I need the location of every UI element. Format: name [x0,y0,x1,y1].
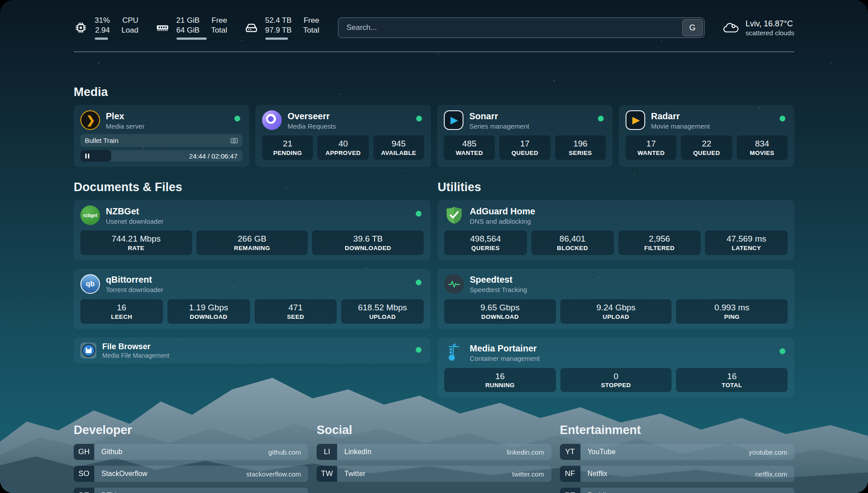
stat-box: 266 GB REMAINING [196,230,308,255]
bookmark-reddit[interactable]: RE Reddit reddit.com [560,488,794,493]
bookmark-youtube[interactable]: YT YouTube youtube.com [560,444,794,460]
camera-icon [230,137,238,144]
status-dot [416,211,421,217]
service-description: DNS and adblocking [470,217,535,225]
stat-value: 47.569 ms [707,234,786,244]
service-title: Speedtest [470,274,527,285]
stat-box: 40 APPROVED [317,135,368,160]
overseerr-card[interactable]: Overseerr Media Requests 21 PENDING 40 A… [255,105,431,167]
portainer-crane-icon [444,343,464,363]
stat-box: 17 WANTED [626,135,676,160]
system-widgets: 31% 2.94 CPU Load [74,16,319,40]
stat-value: 744.21 Mbps [82,234,190,244]
plex-card[interactable]: ❯ Plex Media server Bullet Train [74,105,249,167]
radarr-card[interactable]: ▶ Radarr Movie management 17 WANTED [619,105,794,167]
portainer-card[interactable]: Media Portainer Container management 16 … [438,338,794,398]
search-input[interactable] [338,17,705,38]
section-utilities: Utilities [438,180,794,397]
stat-value: 16 [82,302,161,313]
stat-label: QUEUED [501,150,548,156]
service-title: qBittorrent [106,274,163,285]
cpu-load-label: Load [121,25,138,35]
google-search-button[interactable]: G [682,19,703,36]
stat-value: 17 [501,138,548,149]
service-description: Media File Management [102,352,169,359]
service-title: NZBGet [106,206,163,217]
stat-label: UPLOAD [562,313,670,320]
bookmark-url: stackoverflow.com [246,470,301,478]
memory-free-value: 21 GiB [176,16,200,25]
stat-box: 16 TOTAL [676,368,788,393]
filebrowser-card[interactable]: File Browser Media File Management [74,338,430,364]
disk-total-value: 97.9 TB [265,25,292,35]
bookmark-dev[interactable]: DT DEV dev.to [74,488,308,493]
stat-value: 471 [256,302,335,313]
stat-label: UPLOAD [343,313,422,320]
adguard-shield-icon [444,205,464,225]
service-title: Radarr [651,111,710,121]
stat-label: FILTERED [620,245,699,251]
radarr-icon: ▶ [626,110,645,130]
bookmark-url: youtube.com [749,448,787,456]
stat-value: 9.65 Gbps [446,302,554,313]
bookmark-name: YouTube [588,448,616,456]
stat-value: 16 [678,371,786,382]
service-title: Sonarr [469,111,529,121]
stat-label: RATE [82,245,190,251]
disk-widget: 52.4 TB 97.9 TB Free Total [244,16,319,40]
memory-icon [155,21,170,35]
stat-label: WANTED [446,150,493,156]
stat-value: 498,564 [446,234,525,244]
topbar-divider [74,51,794,52]
playback-progress-bar[interactable]: 24:44 / 02:06:47 [80,150,242,162]
service-description: Media Requests [288,122,336,130]
stat-box: 9.24 Gbps UPLOAD [560,299,672,324]
filebrowser-icon [80,343,96,359]
nzbget-icon: nzbget [80,205,100,225]
stat-label: LEECH [82,313,161,320]
stat-box: 2,956 FILTERED [618,230,701,255]
qbittorrent-card[interactable]: qb qBittorrent Torrent downloader 16 [74,269,430,329]
weather-condition: scattered clouds [746,29,794,37]
service-title: Overseerr [288,111,336,121]
disk-free-label: Free [304,16,319,25]
bookmark-stackoverflow[interactable]: SO StackOverflow stackoverflow.com [74,466,308,482]
developer-section-title: Developer [74,423,308,437]
status-dot [780,348,785,354]
bookmark-netflix[interactable]: NF Netflix netflix.com [560,466,794,482]
cpu-icon [74,21,88,35]
stat-value: 834 [739,138,786,149]
stat-label: LATENCY [707,245,786,251]
status-dot [598,116,604,121]
bookmark-name: Twitter [344,470,365,478]
search-bar: G [338,17,705,38]
adguard-card[interactable]: AdGuard Home DNS and adblocking 498,564 … [438,200,794,260]
speedtest-card[interactable]: Speedtest Speedtest Tracking 9.65 Gbps D… [438,269,794,329]
stat-value: 9.24 Gbps [562,302,670,313]
stat-value: 2,956 [620,234,699,244]
bookmark-twitter[interactable]: TW Twitter twitter.com [317,466,551,482]
weather-location-temp: Lviv, 16.87°C [746,19,794,29]
weather-widget: Lviv, 16.87°C scattered clouds [722,19,794,37]
cpu-progress-bar [95,38,138,40]
status-dot [234,116,240,121]
stat-box: 0.993 ms PING [676,299,788,324]
bookmark-linkedin[interactable]: LI LinkedIn linkedin.com [317,444,551,460]
stat-label: PING [678,313,786,320]
bookmark-github[interactable]: GH Github github.com [74,444,308,460]
service-title: Media Portainer [470,343,540,354]
memory-widget: 21 GiB 64 GiB Free Total [155,16,227,40]
stat-box: 1.19 Gbps DOWNLOAD [167,299,250,324]
stat-box: 0 STOPPED [560,368,672,393]
sonarr-card[interactable]: ▶ Sonarr Series management 485 WANTED [437,105,613,167]
memory-total-value: 64 GiB [176,25,200,35]
stat-box: 471 SEED [255,299,337,324]
stat-label: REMAINING [198,245,306,251]
cpu-usage-label: CPU [122,16,138,25]
stat-value: 1.19 Gbps [169,302,248,313]
bookmark-name: StackOverflow [101,470,147,478]
nzbget-card[interactable]: nzbget NZBGet Usenet downloader 744.21 M… [74,200,430,260]
bookmark-name: Github [101,448,122,456]
status-dot [416,116,422,121]
stat-label: BLOCKED [533,245,612,251]
